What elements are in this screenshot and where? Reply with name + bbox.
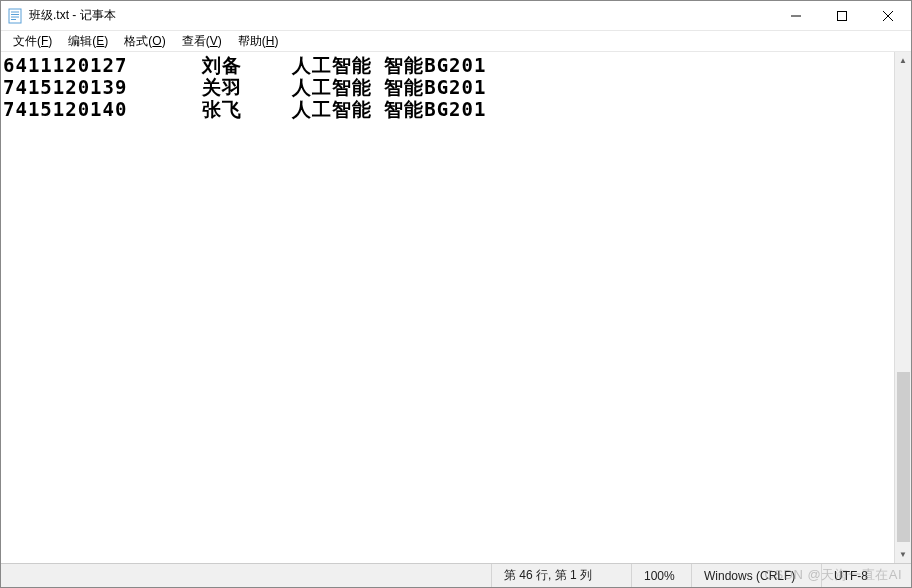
window-title: 班级.txt - 记事本 — [29, 7, 773, 24]
scroll-up-arrow-icon[interactable]: ▲ — [895, 52, 911, 69]
scroll-down-arrow-icon[interactable]: ▼ — [895, 546, 911, 563]
status-encoding: UTF-8 — [821, 564, 911, 587]
text-editor-area[interactable]: 6411120127 刘备 人工智能 智能BG201 7415120139 关羽… — [1, 52, 894, 563]
status-lineending: Windows (CRLF) — [691, 564, 821, 587]
menubar: 文件(F) 编辑(E) 格式(O) 查看(V) 帮助(H) — [1, 31, 911, 51]
status-position: 第 46 行, 第 1 列 — [491, 564, 631, 587]
notepad-app-icon — [7, 8, 23, 24]
content-wrapper: 6411120127 刘备 人工智能 智能BG201 7415120139 关羽… — [1, 51, 911, 563]
close-button[interactable] — [865, 1, 911, 30]
window-controls — [773, 1, 911, 30]
minimize-button[interactable] — [773, 1, 819, 30]
titlebar: 班级.txt - 记事本 — [1, 1, 911, 31]
maximize-button[interactable] — [819, 1, 865, 30]
statusbar: 第 46 行, 第 1 列 100% Windows (CRLF) UTF-8 — [1, 563, 911, 587]
vertical-scrollbar[interactable]: ▲ ▼ — [894, 52, 911, 563]
menu-format[interactable]: 格式(O) — [116, 31, 173, 52]
menu-help[interactable]: 帮助(H) — [230, 31, 287, 52]
menu-edit[interactable]: 编辑(E) — [60, 31, 116, 52]
menu-file[interactable]: 文件(F) — [5, 31, 60, 52]
menu-view[interactable]: 查看(V) — [174, 31, 230, 52]
svg-rect-0 — [9, 9, 21, 23]
svg-rect-6 — [838, 11, 847, 20]
status-zoom: 100% — [631, 564, 691, 587]
scroll-thumb[interactable] — [897, 372, 910, 542]
